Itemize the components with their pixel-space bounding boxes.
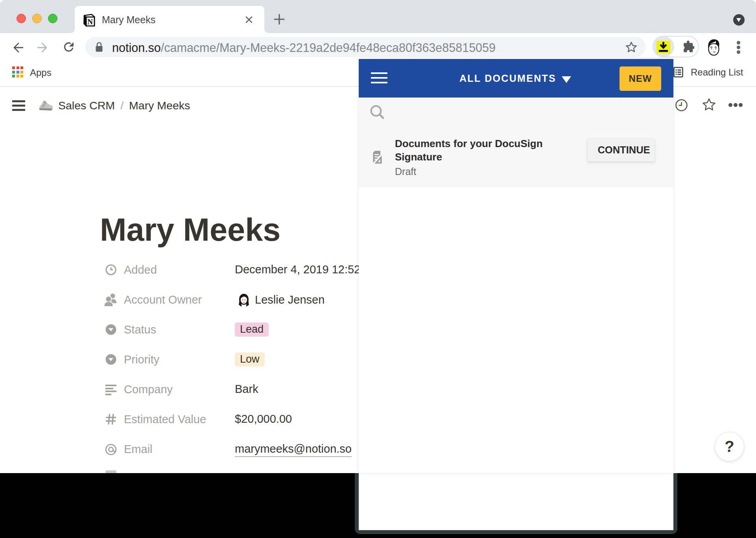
svg-text:N: N bbox=[87, 18, 93, 26]
